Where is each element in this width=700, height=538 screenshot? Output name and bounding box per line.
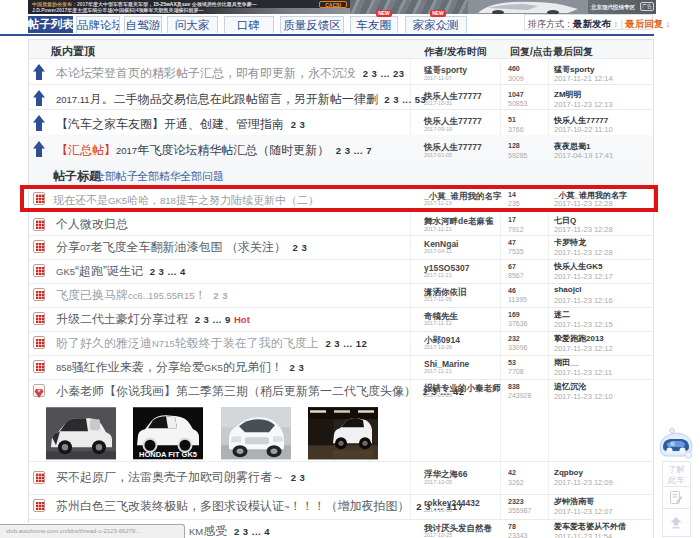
svg-text:HONDA FIT GK5: HONDA FIT GK5 bbox=[139, 451, 197, 460]
